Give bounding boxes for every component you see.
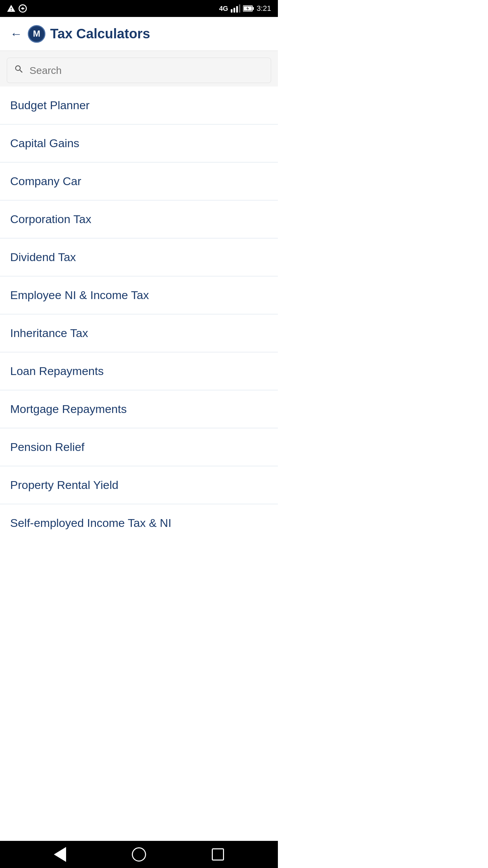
list-item[interactable]: Mortgage Repayments <box>0 390 278 428</box>
calculator-list: Budget PlannerCapital GainsCompany CarCo… <box>0 86 278 542</box>
app-logo: M <box>28 25 45 43</box>
warning-icon <box>7 4 16 13</box>
logo-letter: M <box>33 28 40 39</box>
search-icon <box>14 64 24 77</box>
list-item[interactable]: Property Rental Yield <box>0 466 278 504</box>
network-indicator: 4G <box>219 5 228 13</box>
time-display: 3:21 <box>257 4 271 13</box>
search-box[interactable] <box>7 58 271 83</box>
svg-rect-8 <box>252 7 254 10</box>
search-container <box>0 51 278 86</box>
dnd-icon <box>18 4 27 13</box>
search-input[interactable] <box>29 65 264 76</box>
app-header: ← M Tax Calculators <box>0 17 278 51</box>
status-left <box>7 4 27 13</box>
list-item[interactable]: Company Car <box>0 162 278 200</box>
svg-rect-3 <box>231 9 232 13</box>
list-item[interactable]: Corporation Tax <box>0 200 278 238</box>
battery-icon <box>243 5 254 12</box>
back-arrow-icon: ← <box>10 27 22 41</box>
list-item[interactable]: Dividend Tax <box>0 238 278 276</box>
list-item[interactable]: Loan Repayments <box>0 352 278 390</box>
list-item[interactable]: Pension Relief <box>0 428 278 466</box>
back-button[interactable]: ← <box>10 27 22 41</box>
list-item[interactable]: Self-employed Income Tax & NI <box>0 504 278 542</box>
svg-rect-6 <box>239 4 240 13</box>
list-item[interactable]: Inheritance Tax <box>0 314 278 352</box>
page-title: Tax Calculators <box>50 26 150 41</box>
status-right: 4G 3:21 <box>219 4 271 13</box>
signal-icon <box>231 4 240 13</box>
svg-rect-5 <box>236 6 238 13</box>
svg-rect-4 <box>233 8 235 13</box>
svg-rect-2 <box>21 8 25 9</box>
list-item[interactable]: Capital Gains <box>0 124 278 162</box>
status-bar: 4G 3:21 <box>0 0 278 17</box>
list-item[interactable]: Employee NI & Income Tax <box>0 276 278 314</box>
list-item[interactable]: Budget Planner <box>0 86 278 124</box>
